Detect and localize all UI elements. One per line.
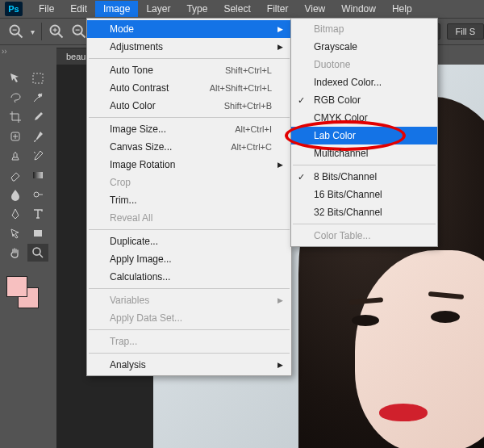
menu-item-label: Mode	[110, 23, 134, 35]
foreground-color-swatch[interactable]	[6, 276, 27, 297]
zoom-out-icon[interactable]	[71, 23, 87, 40]
move-tool[interactable]	[5, 69, 26, 87]
blur-tool[interactable]	[5, 186, 26, 203]
menu-window[interactable]: Window	[333, 1, 384, 17]
menu-item-label: Duotone	[314, 59, 350, 70]
menu-item-label: 8 Bits/Channel	[314, 171, 377, 182]
menu-item-image-size[interactable]: Image Size...Alt+Ctrl+I	[87, 120, 291, 138]
submenu-item-8-bits-channel[interactable]: ✓8 Bits/Channel	[291, 168, 437, 186]
toolbox	[3, 68, 48, 263]
menu-item-label: Multichannel	[314, 148, 368, 159]
menu-shortcut: Alt+Ctrl+C	[231, 142, 272, 152]
menu-separator	[293, 224, 436, 224]
menu-view[interactable]: View	[296, 1, 333, 17]
svg-rect-12	[33, 172, 43, 178]
menu-item-label: 16 Bits/Channel	[314, 189, 382, 200]
menu-item-label: Indexed Color...	[314, 77, 382, 88]
menu-file[interactable]: File	[31, 1, 62, 17]
zoom-tool[interactable]	[27, 244, 48, 262]
fill-screen-button[interactable]: Fill S	[447, 23, 484, 40]
menu-item-auto-tone[interactable]: Auto ToneShift+Ctrl+L	[87, 61, 291, 79]
menu-item-canvas-size[interactable]: Canvas Size...Alt+Ctrl+C	[87, 138, 291, 156]
submenu-item-cmyk-color[interactable]: CMYK Color	[291, 109, 437, 127]
menu-item-trap: Trap...	[87, 333, 291, 350]
svg-line-4	[59, 34, 63, 38]
menu-item-label: Apply Data Set...	[110, 312, 182, 324]
submenu-arrow-icon: ▶	[277, 161, 283, 169]
menu-item-label: RGB Color	[314, 94, 361, 106]
menu-shortcut: Shift+Ctrl+B	[224, 101, 272, 111]
menu-edit[interactable]: Edit	[62, 1, 95, 17]
menu-item-label: Trap...	[110, 336, 137, 347]
color-swatches[interactable]	[6, 276, 42, 312]
menu-select[interactable]: Select	[215, 1, 258, 17]
history-brush-tool[interactable]	[27, 147, 48, 165]
menu-image[interactable]: Image	[95, 1, 138, 17]
mode-submenu: BitmapGrayscaleDuotoneIndexed Color...✓R…	[290, 18, 438, 247]
menu-separator	[89, 229, 290, 230]
submenu-item-rgb-color[interactable]: ✓RGB Color	[291, 91, 437, 109]
submenu-item-duotone: Duotone	[291, 56, 437, 73]
submenu-item-multichannel[interactable]: Multichannel	[291, 144, 437, 162]
submenu-item-lab-color[interactable]: Lab Color	[291, 127, 437, 144]
submenu-arrow-icon: ▶	[277, 43, 283, 51]
eraser-tool[interactable]	[5, 166, 26, 184]
menu-item-apply-data-set: Apply Data Set...	[87, 309, 291, 327]
menu-item-label: Duplicate...	[110, 236, 158, 247]
menubar: Ps FileEditImageLayerTypeSelectFilterVie…	[0, 0, 484, 18]
dodge-tool[interactable]	[27, 186, 48, 203]
menu-type[interactable]: Type	[178, 1, 215, 17]
healing-brush-tool[interactable]	[5, 128, 26, 145]
menu-item-label: Image Rotation	[110, 159, 175, 170]
menu-layer[interactable]: Layer	[138, 1, 178, 17]
menu-item-label: Auto Tone	[110, 65, 153, 76]
menu-item-label: CMYK Color	[314, 112, 368, 124]
brush-tool[interactable]	[27, 128, 48, 145]
submenu-item-grayscale[interactable]: Grayscale	[291, 38, 437, 56]
menu-item-label: Grayscale	[314, 41, 357, 52]
menu-item-calculations[interactable]: Calculations...	[87, 268, 291, 286]
type-tool[interactable]	[27, 205, 48, 223]
submenu-item-16-bits-channel[interactable]: 16 Bits/Channel	[291, 186, 437, 203]
clone-stamp-tool[interactable]	[5, 147, 26, 165]
submenu-arrow-icon: ▶	[277, 361, 283, 369]
submenu-item-indexed-color[interactable]: Indexed Color...	[291, 73, 437, 91]
menu-separator	[89, 288, 290, 289]
menu-item-variables: Variables▶	[87, 291, 291, 309]
lasso-tool[interactable]	[5, 89, 26, 107]
dropdown-arrow-icon[interactable]: ▾	[31, 27, 35, 36]
eyedropper-tool[interactable]	[27, 108, 48, 126]
menu-item-label: Trim...	[110, 195, 137, 206]
menu-shortcut: Shift+Ctrl+L	[225, 65, 272, 75]
menu-item-image-rotation[interactable]: Image Rotation▶	[87, 156, 291, 174]
menu-item-analysis[interactable]: Analysis▶	[87, 356, 291, 374]
gradient-tool[interactable]	[27, 166, 48, 184]
rectangle-tool[interactable]	[27, 224, 48, 242]
svg-rect-15	[34, 230, 42, 237]
menu-item-mode[interactable]: Mode▶	[87, 20, 291, 38]
menu-help[interactable]: Help	[384, 1, 420, 17]
menu-separator	[89, 329, 290, 330]
svg-line-8	[81, 34, 86, 38]
menu-item-auto-contrast[interactable]: Auto ContrastAlt+Shift+Ctrl+L	[87, 79, 291, 97]
hand-tool[interactable]	[5, 244, 26, 262]
zoom-in-icon[interactable]	[48, 23, 65, 40]
menu-item-trim[interactable]: Trim...	[87, 191, 291, 209]
submenu-item-32-bits-channel[interactable]: 32 Bits/Channel	[291, 203, 437, 221]
menu-item-adjustments[interactable]: Adjustments▶	[87, 38, 291, 56]
menu-item-label: Canvas Size...	[110, 141, 172, 153]
menu-filter[interactable]: Filter	[259, 1, 297, 17]
crop-tool[interactable]	[5, 108, 26, 126]
menu-item-duplicate[interactable]: Duplicate...	[87, 232, 291, 250]
menu-separator	[293, 165, 436, 165]
rect-marquee-tool[interactable]	[27, 69, 48, 87]
menu-item-auto-color[interactable]: Auto ColorShift+Ctrl+B	[87, 97, 291, 115]
magic-wand-tool[interactable]	[27, 89, 48, 107]
pen-tool[interactable]	[5, 205, 26, 223]
path-select-tool[interactable]	[5, 224, 26, 242]
menu-item-apply-image[interactable]: Apply Image...	[87, 250, 291, 268]
menu-separator	[89, 58, 290, 59]
menu-shortcut: Alt+Shift+Ctrl+L	[210, 83, 272, 93]
expand-panel-icon[interactable]: ››	[2, 47, 7, 56]
menu-item-label: Reveal All	[110, 212, 152, 224]
